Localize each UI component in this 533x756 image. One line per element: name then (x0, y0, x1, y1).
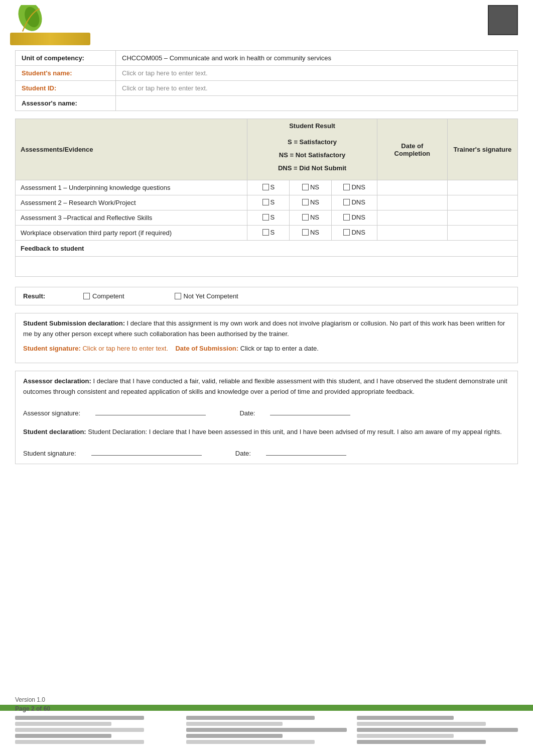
assessor-value[interactable] (116, 96, 518, 111)
row-desc-3: Workplace observation third party report… (16, 226, 247, 241)
checkbox-dns-0[interactable] (343, 184, 350, 190)
footer-green-bar (0, 705, 533, 711)
checkbox-s-3[interactable] (262, 229, 269, 236)
student-decl-sig-field[interactable] (91, 447, 202, 456)
checkbox-s-2[interactable] (262, 214, 269, 221)
student-decl-date-field[interactable] (266, 447, 346, 456)
row-dns-0[interactable]: DNS (332, 180, 377, 195)
not-yet-checkbox[interactable] (175, 293, 181, 299)
row-dns-2[interactable]: DNS (332, 210, 377, 226)
info-grid: Unit of competency: CHCCOM005 – Communic… (15, 50, 518, 111)
table-row: Assessment 2 – Research Work/Project S N… (16, 195, 518, 210)
row-date-2[interactable] (377, 210, 447, 226)
row-sig-1[interactable] (447, 195, 517, 210)
col-student-result-header: Student Result S = Satisfactory NS = Not… (247, 119, 377, 180)
checkbox-s-0[interactable] (262, 184, 269, 190)
checkbox-dns-3[interactable] (343, 229, 350, 236)
col-date-header: Date of Completion (377, 119, 447, 180)
student-sig-label: Student signature: (23, 345, 81, 352)
student-sig-value[interactable]: Click or tap here to enter text. (82, 345, 168, 352)
assessor-declaration-body: Assessor declaration: I declare that I h… (23, 376, 510, 397)
student-submission-title: Student Submission declaration: (23, 319, 125, 327)
student-decl-sig-label: Student signature: (23, 449, 76, 459)
competent-checkbox[interactable] (83, 293, 90, 299)
student-id-value[interactable]: Click or tap here to enter text. (116, 81, 518, 96)
not-yet-label: Not Yet Competent (184, 292, 238, 300)
option-ns: NS = Not Satisfactory (252, 149, 371, 162)
table-row: Assessment 3 –Practical and Reflective S… (16, 210, 518, 226)
assessor-date-label: Date: (239, 408, 255, 419)
student-declaration-text: Student Declaration: I declare that I ha… (88, 428, 502, 436)
result-label: Result: (23, 292, 63, 300)
checkbox-ns-3[interactable] (302, 229, 309, 236)
label-s-1: S (271, 198, 275, 206)
row-s-0[interactable]: S (247, 180, 290, 195)
row-s-2[interactable]: S (247, 210, 290, 226)
row-ns-1[interactable]: NS (290, 195, 332, 210)
assessor-date-field[interactable] (270, 406, 350, 415)
page-bold: Page 2 of 60 (15, 705, 50, 712)
date-submission-label: Date of Submission: (175, 345, 238, 352)
row-date-0[interactable] (377, 180, 447, 195)
footer-col-2 (186, 716, 347, 751)
feedback-content[interactable] (16, 257, 518, 277)
label-dns-0: DNS (351, 183, 365, 191)
row-ns-2[interactable]: NS (290, 210, 332, 226)
col-signature-header: Trainer's signature (447, 119, 517, 180)
label-dns-3: DNS (351, 229, 365, 236)
row-date-1[interactable] (377, 195, 447, 210)
feedback-empty-row (16, 257, 518, 277)
competent-option[interactable]: Competent (83, 292, 124, 300)
checkbox-ns-2[interactable] (302, 214, 309, 221)
row-sig-2[interactable] (447, 210, 517, 226)
label-ns-3: NS (310, 229, 319, 236)
not-yet-option[interactable]: Not Yet Competent (175, 292, 238, 300)
info-section: Unit of competency: CHCCOM005 – Communic… (15, 50, 518, 111)
checkbox-ns-1[interactable] (302, 199, 309, 205)
student-name-label: Student's name: (16, 66, 116, 81)
option-s: S = Satisfactory (252, 136, 371, 149)
checkbox-dns-2[interactable] (343, 214, 350, 221)
student-result-title: Student Result (252, 122, 371, 130)
row-s-3[interactable]: S (247, 226, 290, 241)
row-dns-3[interactable]: DNS (332, 226, 377, 241)
student-name-value[interactable]: Click or tap here to enter text. (116, 66, 518, 81)
row-ns-0[interactable]: NS (290, 180, 332, 195)
version-number: Version 1.0 (15, 695, 50, 704)
date-submission-value[interactable]: Click or tap to enter a date. (240, 345, 319, 352)
row-dns-1[interactable]: DNS (332, 195, 377, 210)
logo-text-bar (10, 33, 90, 45)
row-s-1[interactable]: S (247, 195, 290, 210)
page-number: Page 2 of 60 (15, 704, 50, 713)
assessor-sig-line: Assessor signature: Date: (23, 406, 510, 419)
assessor-row: Assessor's name: (16, 96, 518, 111)
page-header (0, 0, 533, 50)
table-header-row: Assessments/Evidence Student Result S = … (16, 119, 518, 180)
feedback-label: Feedback to student (16, 241, 518, 257)
label-ns-1: NS (310, 198, 319, 206)
row-desc-2: Assessment 3 –Practical and Reflective S… (16, 210, 247, 226)
row-desc-0: Assessment 1 – Underpinning knowledge qu… (16, 180, 247, 195)
student-name-row: Student's name: Click or tap here to ent… (16, 66, 518, 81)
checkbox-s-1[interactable] (262, 199, 269, 205)
row-sig-0[interactable] (447, 180, 517, 195)
assessor-declaration-text: I declare that I have conducted a fair, … (23, 377, 507, 395)
label-s-2: S (271, 213, 275, 221)
result-options: S = Satisfactory NS = Not Satisfactory D… (252, 134, 371, 177)
feedback-row: Feedback to student (16, 241, 518, 257)
assessment-section: Assessments/Evidence Student Result S = … (15, 119, 518, 277)
row-ns-3[interactable]: NS (290, 226, 332, 241)
checkbox-dns-1[interactable] (343, 199, 350, 205)
col-assessment-header: Assessments/Evidence (16, 119, 247, 180)
result-section: Result: Competent Not Yet Competent (15, 287, 518, 305)
row-sig-3[interactable] (447, 226, 517, 241)
assessor-sig-field[interactable] (95, 406, 206, 415)
footer-col-3 (357, 716, 518, 751)
page-footer (0, 705, 533, 756)
version-area: Version 1.0 Page 2 of 60 (15, 695, 50, 713)
unit-label: Unit of competency: (16, 51, 116, 66)
row-date-3[interactable] (377, 226, 447, 241)
student-id-label: Student ID: (16, 81, 116, 96)
checkbox-ns-0[interactable] (302, 184, 309, 190)
unit-value: CHCCOM005 – Communicate and work in heal… (116, 51, 518, 66)
